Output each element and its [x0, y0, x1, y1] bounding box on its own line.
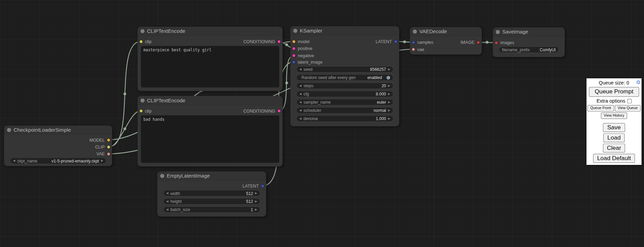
- collapse-dot-icon[interactable]: [7, 128, 11, 132]
- node-cliptextencode-negative[interactable]: CLIPTextEncode clip CONDITIONING bad han…: [138, 96, 283, 167]
- increment-arrow-icon[interactable]: ▶: [255, 200, 257, 203]
- decrement-arrow-icon[interactable]: ◀: [166, 192, 169, 195]
- node-saveimage[interactable]: SaveImage images filename_prefix ComfyUI: [493, 27, 565, 57]
- load-button[interactable]: Load: [603, 133, 625, 142]
- decrement-arrow-icon[interactable]: ◀: [13, 159, 15, 162]
- node-title-bar[interactable]: SaveImage: [493, 27, 565, 36]
- output-slot-label: CLIP: [95, 144, 105, 149]
- widget-value: 8566257: [370, 67, 386, 72]
- link-midpoint-dot[interactable]: [124, 93, 126, 95]
- input-port-images[interactable]: [495, 41, 498, 44]
- decrement-arrow-icon[interactable]: ◀: [299, 109, 301, 112]
- collapse-dot-icon[interactable]: [160, 174, 164, 178]
- input-port-clip[interactable]: [139, 40, 143, 43]
- output-port-conditioning[interactable]: [277, 109, 281, 113]
- widget-ckpt-name[interactable]: ◀ ckpt_name v1-5-pruned-emaonly.ckpt ▶: [10, 157, 107, 164]
- input-port-clip[interactable]: [139, 109, 143, 113]
- input-slot-label: images: [500, 40, 514, 45]
- decrement-arrow-icon[interactable]: ◀: [166, 208, 169, 211]
- input-port-latent-image[interactable]: [292, 60, 296, 64]
- widget-value: enabled: [367, 75, 382, 80]
- output-port-latent[interactable]: [394, 40, 398, 43]
- input-port-positive[interactable]: [292, 47, 296, 50]
- output-port-latent[interactable]: [261, 184, 264, 188]
- view-history-button[interactable]: View History: [601, 112, 627, 119]
- output-port-clip[interactable]: [107, 145, 111, 149]
- widget-sampler-name[interactable]: ◀ sampler_name euler ▶: [296, 99, 393, 105]
- node-checkpointloadersimple[interactable]: CheckpointLoaderSimple MODEL CLIP VAE ◀ …: [4, 126, 112, 166]
- collapse-dot-icon[interactable]: [140, 29, 145, 33]
- view-queue-button[interactable]: View Queue: [615, 105, 641, 112]
- link-midpoint-dot[interactable]: [486, 41, 488, 44]
- increment-arrow-icon[interactable]: ▶: [388, 117, 390, 120]
- toggle-on-icon[interactable]: [386, 76, 390, 79]
- decrement-arrow-icon[interactable]: ◀: [299, 93, 301, 95]
- link-midpoint-dot[interactable]: [285, 81, 288, 84]
- widget-cfg[interactable]: ◀ cfg 8.000 ▶: [296, 91, 393, 97]
- node-vaedecode[interactable]: VAEDecode samples vae IMAGE: [410, 27, 482, 54]
- node-emptylatentimage[interactable]: EmptyLatentImage LATENT ◀ width 512 ▶ ◀ …: [157, 171, 266, 217]
- widget-steps[interactable]: ◀ steps 20 ▶: [296, 82, 393, 89]
- prompt-text-area[interactable]: bad hands: [141, 115, 279, 163]
- output-port-vae[interactable]: [107, 152, 111, 156]
- clear-button[interactable]: Clear: [603, 143, 626, 152]
- decrement-arrow-icon[interactable]: ◀: [299, 84, 301, 87]
- node-title-bar[interactable]: CLIPTextEncode: [138, 96, 283, 105]
- collapse-dot-icon[interactable]: [413, 29, 417, 34]
- increment-arrow-icon[interactable]: ▶: [388, 101, 390, 104]
- link-midpoint-dot[interactable]: [403, 40, 406, 43]
- increment-arrow-icon[interactable]: ▶: [388, 68, 390, 71]
- link-midpoint-dot[interactable]: [285, 43, 288, 46]
- widget-width[interactable]: ◀ width 512 ▶: [163, 190, 260, 196]
- link-midpoint-dot[interactable]: [124, 128, 126, 130]
- prompt-text-area[interactable]: masterpiece best quality girl: [141, 46, 279, 87]
- collapse-dot-icon[interactable]: [293, 29, 297, 33]
- output-port-model[interactable]: [107, 138, 111, 142]
- widget-batch-size[interactable]: ◀ batch_size 1 ▶: [163, 206, 260, 213]
- node-title-bar[interactable]: VAEDecode: [410, 27, 482, 36]
- input-slot-negative: negative: [292, 52, 314, 58]
- load-default-button[interactable]: Load Default: [593, 154, 635, 162]
- widget-random-seed-toggle[interactable]: Random seed after every gen enabled: [296, 74, 393, 81]
- decrement-arrow-icon[interactable]: ◀: [166, 200, 169, 203]
- widget-filename-prefix[interactable]: filename_prefix ComfyUI: [499, 46, 559, 53]
- widget-seed[interactable]: ◀ seed 8566257 ▶: [296, 66, 393, 73]
- input-port-negative[interactable]: [292, 53, 296, 57]
- node-cliptextencode-positive[interactable]: CLIPTextEncode clip CONDITIONING masterp…: [138, 27, 283, 91]
- widget-label: filename_prefix: [502, 47, 530, 52]
- save-button[interactable]: Save: [603, 123, 625, 132]
- extra-options-checkbox[interactable]: [627, 99, 631, 103]
- node-title-bar[interactable]: CheckpointLoaderSimple: [4, 126, 112, 134]
- widget-denoise[interactable]: ◀ denoise 1.000 ▶: [296, 115, 393, 122]
- increment-arrow-icon[interactable]: ▶: [101, 159, 103, 162]
- increment-arrow-icon[interactable]: ▶: [388, 84, 390, 87]
- output-port-image[interactable]: [476, 40, 480, 44]
- collapse-dot-icon[interactable]: [140, 99, 145, 103]
- graph-canvas[interactable]: CheckpointLoaderSimple MODEL CLIP VAE ◀ …: [0, 0, 644, 247]
- node-title-bar[interactable]: KSampler: [290, 26, 399, 35]
- node-title-bar[interactable]: EmptyLatentImage: [157, 171, 266, 180]
- node-ksampler[interactable]: KSampler model positive negative latent_…: [290, 26, 399, 127]
- output-slot-label: MODEL: [89, 138, 105, 142]
- queue-size-row[interactable]: Queue size: 0 ⚙: [586, 80, 642, 86]
- decrement-arrow-icon[interactable]: ◀: [299, 117, 301, 120]
- input-port-samples[interactable]: [411, 40, 415, 44]
- collapse-dot-icon[interactable]: [496, 30, 500, 34]
- output-slot-label: VAE: [96, 151, 104, 156]
- node-title-bar[interactable]: CLIPTextEncode: [138, 27, 283, 36]
- decrement-arrow-icon[interactable]: ◀: [299, 101, 301, 104]
- output-port-conditioning[interactable]: [277, 40, 281, 43]
- input-port-vae[interactable]: [411, 47, 415, 51]
- widget-scheduler[interactable]: ◀ scheduler normal ▶: [296, 107, 393, 114]
- input-port-model[interactable]: [292, 40, 296, 43]
- increment-arrow-icon[interactable]: ▶: [388, 93, 390, 95]
- settings-gear-icon[interactable]: ⚙: [636, 80, 641, 86]
- increment-arrow-icon[interactable]: ▶: [255, 208, 257, 211]
- widget-height[interactable]: ◀ height 512 ▶: [163, 198, 260, 205]
- queue-front-button[interactable]: Queue Front: [587, 105, 614, 112]
- increment-arrow-icon[interactable]: ▶: [255, 192, 257, 195]
- queue-prompt-button[interactable]: Queue Prompt: [589, 87, 639, 97]
- node-title: VAEDecode: [419, 27, 447, 36]
- increment-arrow-icon[interactable]: ▶: [388, 109, 390, 112]
- decrement-arrow-icon[interactable]: ◀: [299, 68, 301, 71]
